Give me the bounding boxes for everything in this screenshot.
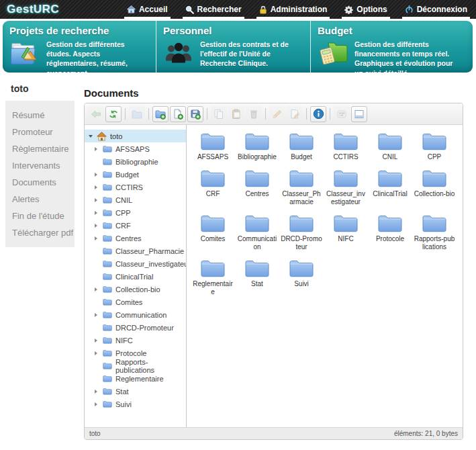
tree-node-rapports-publications[interactable]: Rapports-publications <box>85 359 186 372</box>
folder-large-icon <box>289 258 314 278</box>
sidebar-item-promoteur[interactable]: Promoteur <box>5 124 75 140</box>
tree-node-label: Collection-bio <box>115 285 160 294</box>
folder-item-drcd-promoteur[interactable]: DRCD-Promoteur <box>279 213 324 252</box>
tree-node-label: Stat <box>115 388 129 396</box>
info-button[interactable] <box>310 106 326 122</box>
refresh-button[interactable] <box>105 106 122 122</box>
tree-node-reglementaire[interactable]: Reglementaire <box>85 372 186 385</box>
tree-node-suivi[interactable]: Suivi <box>85 398 186 410</box>
folder-item-cpp[interactable]: CPP <box>412 131 457 162</box>
new-folder-button[interactable] <box>152 106 169 122</box>
folder-item-label: Classeur_Pharmacie <box>281 190 322 207</box>
details-view-button[interactable] <box>351 106 367 122</box>
banner-card-budget[interactable]: BudgetGestion des différents financement… <box>310 21 473 73</box>
tree-node-label: CCTIRS <box>115 183 143 191</box>
tree-node-crf[interactable]: CRF <box>85 219 186 232</box>
folder-item-budget[interactable]: Budget <box>279 131 324 162</box>
tree-node-collection-bio[interactable]: Collection-bio <box>85 283 186 296</box>
sidebar-item-t-l-charger-pdf[interactable]: Télécharger pdf <box>5 224 75 241</box>
save-button[interactable] <box>187 106 203 122</box>
folder-item-reglementaire[interactable]: Reglementaire <box>191 258 235 297</box>
tree-node-centres[interactable]: Centres <box>85 232 186 244</box>
tree-node-cpp[interactable]: CPP <box>85 206 186 219</box>
folder-item-label: Communication <box>236 235 278 252</box>
sidebar-item-r-glementaire[interactable]: Règlementaire <box>5 140 75 157</box>
folder-item-bibliographie[interactable]: Bibliographie <box>235 131 279 162</box>
folder-item-centres[interactable]: Centres <box>235 168 279 207</box>
nav-item-options[interactable]: Options <box>336 0 395 19</box>
nav-item-rechercher[interactable]: Rechercher <box>177 0 250 19</box>
sidebar-item-intervenants[interactable]: Intervenants <box>5 157 75 174</box>
tree-node-label: Reglementaire <box>115 375 164 383</box>
tree-node-label: NIFC <box>115 336 133 345</box>
tree-node-nifc[interactable]: NIFC <box>85 334 186 347</box>
sidebar-item-alertes[interactable]: Alertes <box>5 191 75 208</box>
copy-button <box>211 106 227 122</box>
power-icon <box>405 5 414 14</box>
sidebar-item-documents[interactable]: Documents <box>5 174 75 191</box>
banner-card-description: Gestion des contrats et de l'effectif de… <box>200 40 303 69</box>
tree-node-stat[interactable]: Stat <box>85 385 186 398</box>
file-toolbar <box>85 103 463 125</box>
tree-node-cnil[interactable]: CNIL <box>85 193 186 206</box>
folder-item-classeur-investigateur[interactable]: Classeur_investigateur <box>324 168 368 207</box>
caret-right-icon <box>95 198 99 202</box>
tree-node-cctirs[interactable]: CCTIRS <box>85 181 186 193</box>
sidebar-item-fin-de-l-tude[interactable]: Fin de l'étude <box>5 208 75 224</box>
toolbar-separator <box>207 108 207 120</box>
folder-item-cnil[interactable]: CNIL <box>368 131 412 162</box>
folder-item-communication[interactable]: Communication <box>235 213 279 252</box>
file-manager-content: totoAFSSAPSBibliographieBudgetCCTIRSCNIL… <box>85 125 463 427</box>
folder-item-crf[interactable]: CRF <box>191 168 235 207</box>
tree-node-label: Classeur_investigateur <box>115 260 187 268</box>
folder-item-protocole[interactable]: Protocole <box>368 213 412 252</box>
folder-large-icon <box>244 213 270 233</box>
module-banner: Projets de rechercheGestion des différen… <box>3 21 473 73</box>
banner-card-personnel[interactable]: PersonnelGestion des contrats et de l'ef… <box>156 21 310 73</box>
nav-item-accueil[interactable]: Accueil <box>118 0 177 19</box>
folder-item-cctirs[interactable]: CCTIRS <box>324 131 368 162</box>
folder-large-icon <box>244 258 270 278</box>
tree-node-drcd-promoteur[interactable]: DRCD-Promoteur <box>85 321 186 334</box>
new-file-button[interactable] <box>170 106 186 122</box>
app-logo: GestURC <box>0 3 66 16</box>
sidebar-item-r-sum[interactable]: Résumé <box>5 107 75 124</box>
tree-node-bibliographie[interactable]: Bibliographie <box>85 155 186 168</box>
folder-item-stat[interactable]: Stat <box>235 258 279 297</box>
banner-card-body: Gestion des différentes études. Aspects … <box>9 40 149 73</box>
folder-item-collection-bio[interactable]: Collection-bio <box>412 168 457 207</box>
folder-large-icon <box>200 213 226 233</box>
tree-node-comites[interactable]: Comites <box>85 296 186 308</box>
info-icon <box>313 108 324 120</box>
banner-card-description: Gestion des différents financements en t… <box>354 40 466 73</box>
nav-item-administration[interactable]: Administration <box>250 0 336 19</box>
folder-large-icon <box>289 213 314 233</box>
tree-node-classeur-pharmacie[interactable]: Classeur_Pharmacie <box>85 244 186 257</box>
folder-small-icon <box>103 145 112 152</box>
tree-node-label: Communication <box>115 311 166 319</box>
folder-item-comites[interactable]: Comites <box>191 213 235 252</box>
folder-item-suivi[interactable]: Suivi <box>279 258 324 297</box>
nav-item-d-connexion[interactable]: Déconnexion <box>396 0 476 19</box>
thumbnails-icon <box>336 109 347 120</box>
folder-item-rapports-publications[interactable]: Rapports-publications <box>412 213 457 252</box>
tree-node-budget[interactable]: Budget <box>85 168 186 181</box>
folder-item-nifc[interactable]: NIFC <box>324 213 368 252</box>
folder-item-label: NIFC <box>338 235 353 244</box>
tree-root-node[interactable]: toto <box>85 130 186 142</box>
folder-item-label: Suivi <box>294 280 309 289</box>
folder-item-label: Reglementaire <box>192 280 234 297</box>
folder-item-afssaps[interactable]: AFSSAPS <box>191 131 235 162</box>
folder-item-classeur-pharmacie[interactable]: Classeur_Pharmacie <box>279 168 324 207</box>
tree-node-afssaps[interactable]: AFSSAPS <box>85 142 186 155</box>
folder-large-icon <box>333 213 359 233</box>
tree-node-label: ClinicalTrial <box>115 273 153 281</box>
folder-large-icon <box>244 131 270 151</box>
tree-node-communication[interactable]: Communication <box>85 308 186 321</box>
save-icon <box>190 109 201 120</box>
tree-node-clinicaltrial[interactable]: ClinicalTrial <box>85 270 186 283</box>
folder-item-label: CRF <box>206 190 220 199</box>
folder-item-clinicaltrial[interactable]: ClinicalTrial <box>368 168 412 207</box>
tree-node-classeur-investigateur[interactable]: Classeur_investigateur <box>85 257 186 270</box>
banner-card-projets-de-recherche[interactable]: Projets de rechercheGestion des différen… <box>3 21 156 73</box>
